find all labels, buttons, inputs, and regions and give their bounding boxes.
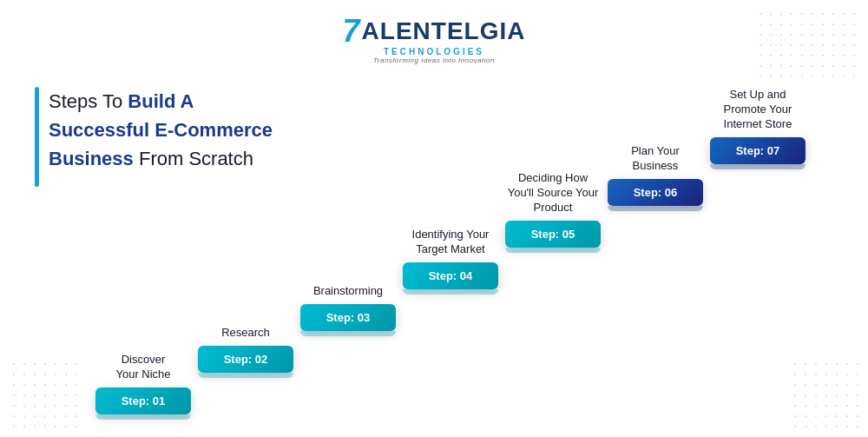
- step-2-label: Research: [221, 326, 270, 341]
- step-2-button[interactable]: Step: 02: [198, 346, 293, 373]
- step-1-label: DiscoverYour Niche: [115, 353, 170, 382]
- step-4: Identifying YourTarget Market Step: 04: [403, 228, 498, 295]
- logo-icon: 7: [343, 16, 360, 47]
- step-1: DiscoverYour Niche Step: 01: [95, 353, 191, 420]
- step-3: Brainstorming Step: 03: [300, 284, 396, 336]
- step-1-button[interactable]: Step: 01: [95, 387, 191, 414]
- step-7: Set Up andPromote YourInternet Store Ste…: [710, 88, 806, 169]
- step-4-button[interactable]: Step: 04: [403, 262, 498, 289]
- step-3-label: Brainstorming: [313, 284, 383, 299]
- step-5-label: Deciding HowYou'll Source YourProduct: [508, 171, 599, 215]
- step-6-label: Plan YourBusiness: [631, 144, 680, 174]
- step-6-button[interactable]: Step: 06: [608, 179, 703, 206]
- step-4-label: Identifying YourTarget Market: [412, 228, 490, 257]
- step-5-button[interactable]: Step: 05: [505, 221, 601, 248]
- step-6: Plan YourBusiness Step: 06: [608, 144, 703, 211]
- step-2: Research Step: 02: [198, 326, 293, 378]
- logo: 7 ALENTELGIA TECHNOLOGIES Transforming I…: [343, 16, 526, 64]
- step-3-button[interactable]: Step: 03: [300, 304, 396, 331]
- step-7-label: Set Up andPromote YourInternet Store: [724, 88, 792, 132]
- step-7-button[interactable]: Step: 07: [710, 137, 806, 164]
- logo-brand: ALENTELGIA: [362, 17, 526, 45]
- dots-decoration-top-right: [755, 9, 859, 78]
- accent-bar: [35, 87, 39, 187]
- step-5: Deciding HowYou'll Source YourProduct St…: [505, 171, 601, 253]
- steps-container: DiscoverYour Niche Step: 01 Research Ste…: [52, 98, 851, 420]
- logo-sub: TECHNOLOGIES: [343, 47, 526, 56]
- logo-tagline: Transforming Ideas Into Innovation: [343, 56, 526, 64]
